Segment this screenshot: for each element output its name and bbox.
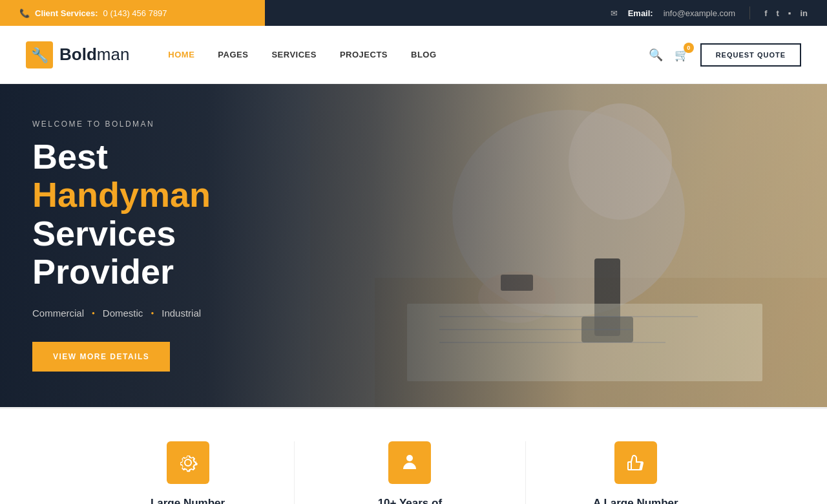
dot-2: ● [151, 310, 154, 316]
search-icon[interactable]: 🔍 [649, 48, 663, 62]
top-bar: 📞 Client Services: 0 (143) 456 7897 ✉ Em… [0, 0, 827, 26]
logo-bold: Bold [59, 45, 97, 64]
social-divider [749, 6, 750, 19]
logo-icon: 🔧 [26, 41, 53, 68]
logo-light: man [97, 45, 130, 64]
phone-number: 0 (143) 456 7897 [103, 8, 167, 18]
email-label: Email: [628, 8, 653, 18]
nav-actions: 🔍 🛒 0 REQUEST QUOTE [649, 43, 801, 67]
person-icon [400, 453, 419, 472]
feature-title-1: Large Numberof Services Provided [133, 496, 242, 504]
feature-item-2: 10+ Years ofProfessional Experience [295, 441, 526, 504]
hero-section: WELCOME TO BOLDMAN Best Handyman Service… [0, 84, 827, 407]
hero-content: WELCOME TO BOLDMAN Best Handyman Service… [0, 84, 317, 407]
feature-item-1: Large Numberof Services Provided [81, 441, 294, 504]
dot-1: ● [92, 310, 95, 316]
hero-subtitle: WELCOME TO BOLDMAN [32, 120, 284, 129]
top-bar-right: ✉ Email: info@example.com f t ▪ in [265, 6, 827, 19]
tag-commercial: Commercial [32, 308, 84, 319]
nav-home[interactable]: HOME [168, 50, 194, 59]
feature-title-2: 10+ Years ofProfessional Experience [346, 496, 474, 504]
feature-icon-box-3 [614, 441, 657, 484]
logo[interactable]: 🔧 Boldman [26, 41, 129, 68]
feature-icon-box-1 [167, 441, 209, 484]
top-bar-left: 📞 Client Services: 0 (143) 456 7897 [0, 0, 265, 26]
email-icon: ✉ [611, 8, 618, 18]
feature-title-3: A Large Numberof Grateful Customers [578, 496, 693, 504]
navbar: 🔧 Boldman HOME PAGES SERVICES PROJECTS B… [0, 26, 827, 84]
features-bar: Large Numberof Services Provided 10+ Yea… [0, 407, 827, 504]
nav-pages[interactable]: PAGES [218, 50, 248, 59]
tag-industrial: Industrial [162, 308, 201, 319]
nav-projects[interactable]: PROJECTS [340, 50, 388, 59]
feature-item-3: A Large Numberof Grateful Customers [526, 441, 745, 504]
facebook-icon[interactable]: f [764, 8, 767, 18]
phone-label: Client Services: [35, 8, 98, 18]
view-more-button[interactable]: VIEW MORE DETAILS [32, 342, 170, 372]
nav-links: HOME PAGES SERVICES PROJECTS BLOG [168, 50, 648, 59]
tag-domestic: Domestic [103, 308, 143, 319]
hero-title-highlight: Handyman [32, 175, 211, 214]
gear-icon [178, 452, 198, 473]
hero-tags: Commercial ● Domestic ● Industrial [32, 308, 284, 319]
thumbsup-icon [626, 453, 645, 472]
social-icon-3[interactable]: ▪ [788, 8, 791, 18]
nav-blog[interactable]: BLOG [411, 50, 437, 59]
twitter-icon[interactable]: t [776, 8, 779, 18]
cart-badge: 0 [684, 43, 694, 53]
hero-title-part2: Services Provider [32, 214, 176, 291]
phone-icon: 📞 [19, 8, 30, 18]
linkedin-icon[interactable]: in [800, 8, 808, 18]
hero-title-part1: Best [32, 137, 108, 176]
cart-icon[interactable]: 🛒 0 [675, 48, 689, 62]
email-value: info@example.com [664, 8, 735, 18]
hero-title: Best Handyman Services Provider [32, 138, 284, 291]
nav-services[interactable]: SERVICES [271, 50, 317, 59]
svg-text:🔧: 🔧 [31, 47, 49, 64]
feature-icon-box-2 [388, 441, 431, 484]
request-quote-button[interactable]: REQUEST QUOTE [700, 43, 801, 67]
social-icons: f t ▪ in [764, 8, 808, 18]
svg-point-14 [406, 455, 413, 461]
logo-text: Boldman [59, 45, 129, 65]
